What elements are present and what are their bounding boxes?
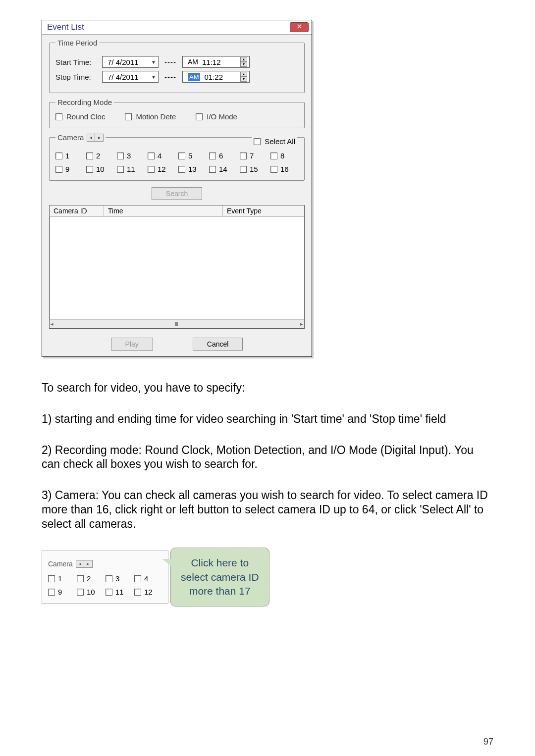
start-time-value: 11:12	[202, 58, 221, 66]
camera-checkbox-3[interactable]: 3	[117, 151, 138, 160]
camera-checkbox-8[interactable]: 8	[270, 151, 291, 160]
camera-pager[interactable]: ◂▸	[87, 134, 104, 142]
chevron-down-icon[interactable]: ▼	[151, 74, 156, 80]
round-clock-checkbox[interactable]: Round Cloc	[55, 112, 105, 121]
mini-camera-11[interactable]: 11	[106, 588, 126, 596]
pager-left-icon[interactable]: ◂	[87, 134, 95, 141]
camera-checkbox-1[interactable]: 1	[55, 151, 76, 160]
chevron-down-icon[interactable]: ▼	[151, 59, 156, 65]
dialog-body: Time Period Start Time: 7/ 4/2011 ▼ ----…	[42, 35, 312, 356]
col-camera-id[interactable]: Camera ID	[50, 205, 104, 216]
col-event-type[interactable]: Event Type	[223, 205, 304, 216]
callout-line3: more than 17	[181, 584, 259, 598]
motion-detect-checkbox[interactable]: Motion Dete	[125, 112, 176, 121]
separator: ----	[164, 58, 176, 66]
camera-group: Camera ◂▸ Select All 1 2 3 4 5 6 7 8 9	[49, 133, 305, 181]
start-date-input[interactable]: 7/ 4/2011 ▼	[102, 56, 159, 68]
recording-mode-legend: Recording Mode	[55, 98, 114, 106]
play-button[interactable]: Play	[111, 338, 153, 351]
mini-camera-9[interactable]: 9	[48, 588, 69, 596]
recording-mode-options: Round Cloc Motion Dete I/O Mode	[55, 112, 298, 121]
horizontal-scrollbar[interactable]: ◂ Ⅲ ▸	[50, 319, 304, 328]
io-mode-checkbox[interactable]: I/O Mode	[196, 112, 237, 121]
results-listview[interactable]: Camera ID Time Event Type ◂ Ⅲ ▸	[49, 205, 305, 329]
camera-checkbox-6[interactable]: 6	[209, 151, 230, 160]
callout-wrap: Camera ◂▸ 1 2 3 4 9 10 11 12 Click here …	[42, 548, 493, 606]
stop-ampm: AM	[188, 73, 201, 81]
camera-mini-frame: Camera ◂▸ 1 2 3 4 9 10 11 12	[42, 551, 168, 604]
mini-pager[interactable]: ◂▸	[76, 560, 93, 568]
cancel-button[interactable]: Cancel	[193, 338, 243, 351]
stop-time-value: 01:22	[204, 73, 223, 81]
scroll-left-icon[interactable]: ◂	[51, 321, 54, 327]
camera-checkbox-10[interactable]: 10	[86, 165, 107, 173]
camera-row-2: 9 10 11 12 13 14 15 16	[55, 165, 298, 173]
camera-checkbox-13[interactable]: 13	[178, 165, 199, 173]
mini-camera-3[interactable]: 3	[106, 574, 126, 583]
scroll-right-icon[interactable]: ▸	[300, 321, 303, 327]
camera-checkbox-11[interactable]: 11	[117, 165, 138, 173]
stop-time-label: Stop Time:	[55, 73, 96, 81]
callout-line1: Click here to	[181, 556, 259, 570]
camera-checkbox-12[interactable]: 12	[148, 165, 168, 173]
camera-checkbox-9[interactable]: 9	[55, 165, 76, 173]
mini-camera-1[interactable]: 1	[48, 574, 69, 583]
start-time-input[interactable]: AM 11:12 ▴▾	[182, 56, 250, 68]
search-button[interactable]: Search	[152, 187, 202, 200]
start-time-row: Start Time: 7/ 4/2011 ▼ ---- AM 11:12 ▴▾	[55, 56, 298, 68]
select-all-checkbox[interactable]: Select All	[252, 137, 297, 146]
pager-left-icon[interactable]: ◂	[76, 560, 84, 567]
camera-checkbox-4[interactable]: 4	[148, 151, 168, 160]
stop-time-input[interactable]: AM 01:22 ▴▾	[182, 71, 250, 83]
close-button[interactable]: ✕	[290, 22, 309, 32]
stop-time-row: Stop Time: 7/ 4/2011 ▼ ---- AM 01:22 ▴▾	[55, 71, 298, 83]
scroll-thumb[interactable]: Ⅲ	[175, 321, 179, 327]
pager-right-icon[interactable]: ▸	[84, 560, 92, 567]
paragraph-1: 1) starting and ending time for video se…	[42, 412, 493, 426]
listview-header: Camera ID Time Event Type	[50, 205, 304, 217]
dialog-title: Event List	[47, 22, 84, 32]
camera-checkbox-15[interactable]: 15	[240, 165, 261, 173]
time-period-legend: Time Period	[55, 39, 99, 47]
callout-line2: select camera ID	[181, 570, 259, 584]
camera-checkbox-14[interactable]: 14	[209, 165, 230, 173]
recording-mode-group: Recording Mode Round Cloc Motion Dete I/…	[49, 98, 305, 128]
paragraph-3: 3) Camera: You can check all cameras you…	[42, 488, 493, 531]
stop-date-value: 7/ 4/2011	[107, 73, 139, 81]
start-ampm: AM	[188, 58, 198, 66]
mini-camera-legend: Camera	[48, 560, 73, 568]
callout-bubble: Click here to select camera ID more than…	[170, 548, 269, 606]
camera-checkbox-5[interactable]: 5	[178, 151, 199, 160]
mini-camera-12[interactable]: 12	[134, 588, 155, 596]
start-time-label: Start Time:	[55, 58, 96, 66]
camera-checkbox-7[interactable]: 7	[240, 151, 261, 160]
camera-checkbox-2[interactable]: 2	[86, 151, 107, 160]
camera-legend: Camera ◂▸	[55, 133, 106, 142]
col-time[interactable]: Time	[104, 205, 223, 216]
mini-camera-2[interactable]: 2	[77, 574, 98, 583]
separator: ----	[164, 73, 176, 81]
mini-camera-10[interactable]: 10	[77, 588, 98, 596]
pager-right-icon[interactable]: ▸	[95, 134, 103, 141]
mini-camera-4[interactable]: 4	[134, 574, 155, 583]
camera-row-1: 1 2 3 4 5 6 7 8	[55, 151, 298, 160]
paragraph-2: 2) Recording mode: Round Clock, Motion D…	[42, 443, 493, 472]
paragraph-intro: To search for video, you have to specify…	[42, 381, 493, 395]
camera-checkbox-16[interactable]: 16	[270, 165, 291, 173]
stop-date-input[interactable]: 7/ 4/2011 ▼	[102, 71, 159, 83]
event-list-dialog: Event List ✕ Time Period Start Time: 7/ …	[42, 20, 312, 357]
titlebar: Event List ✕	[42, 20, 312, 35]
start-date-value: 7/ 4/2011	[107, 58, 139, 66]
time-period-group: Time Period Start Time: 7/ 4/2011 ▼ ----…	[49, 39, 305, 93]
stop-time-spinner[interactable]: ▴▾	[240, 72, 247, 82]
start-time-spinner[interactable]: ▴▾	[240, 57, 247, 67]
